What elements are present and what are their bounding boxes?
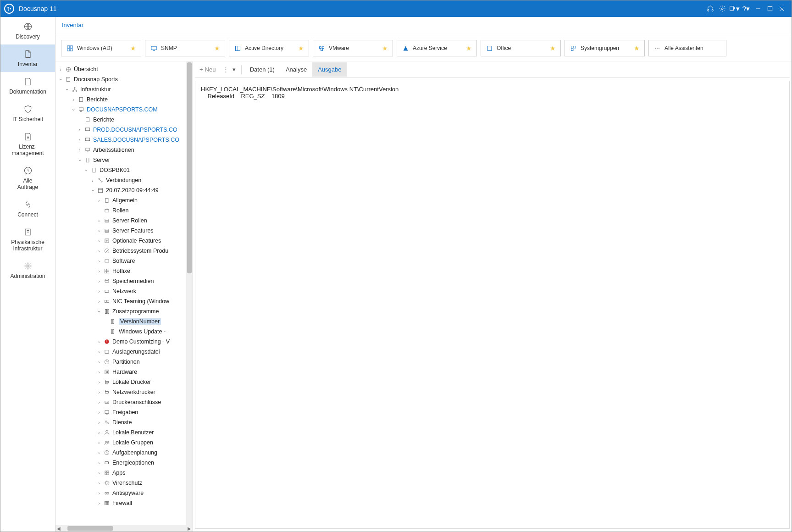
nav-discovery[interactable]: Discovery: [0, 17, 55, 44]
nav-dokumentation[interactable]: Dokumentation: [0, 72, 55, 100]
card-office[interactable]: Office★: [481, 40, 561, 56]
help-icon[interactable]: ?▾: [740, 3, 752, 15]
tree-item[interactable]: ›Freigaben: [97, 407, 192, 417]
nav-physik[interactable]: Physikalische Infrastruktur: [0, 222, 55, 256]
tree-item[interactable]: ›SALES.DOCUSNAPSPORTS.CO: [78, 135, 192, 145]
group-icon: [570, 44, 577, 52]
tree-item[interactable]: ›Berichte: [71, 94, 192, 105]
tab-analyse[interactable]: Analyse: [280, 62, 312, 77]
tree-item[interactable]: ›Dienste: [97, 417, 192, 427]
tree-item[interactable]: ›Virenschutz: [97, 478, 192, 488]
tab-ausgabe[interactable]: Ausgabe: [312, 62, 347, 77]
card-windows-ad[interactable]: Windows (AD)★: [61, 40, 141, 56]
scroll-right-icon[interactable]: ▶: [186, 526, 193, 531]
dots-icon: ⋯: [654, 44, 661, 52]
svg-rect-27: [322, 46, 324, 48]
nav-admin[interactable]: Administration: [0, 256, 55, 284]
toolbox-icon[interactable]: ▾: [728, 3, 740, 15]
tree-item[interactable]: ›Netzwerk: [97, 286, 192, 296]
tree-item[interactable]: ›Auslagerungsdatei: [97, 347, 192, 357]
gear-icon[interactable]: [716, 3, 728, 15]
tree-item[interactable]: ›NIC Teaming (Window: [97, 296, 192, 306]
server-icon: [84, 156, 91, 164]
svg-point-2: [8, 9, 9, 11]
tree-item[interactable]: ›Lokale Benutzer: [97, 427, 192, 438]
tree-item[interactable]: ›Verbindungen: [90, 175, 192, 185]
close-icon[interactable]: [776, 3, 788, 15]
card-systemgruppen[interactable]: Systemgruppen★: [565, 40, 645, 56]
tree-item[interactable]: ›Netzwerkdrucker: [97, 387, 192, 397]
tree-item[interactable]: ›Arbeitsstationen: [78, 145, 192, 155]
minimize-icon[interactable]: [752, 3, 764, 15]
tree-item[interactable]: ›Infrastruktur: [65, 84, 192, 94]
tree-item[interactable]: ›Allgemein: [97, 195, 192, 205]
tree-panel: ›Übersicht ›Docusnap Sports ›Infrastrukt…: [55, 61, 193, 532]
card-alle-assistenten[interactable]: ⋯Alle Assistenten: [648, 40, 726, 56]
tree-item[interactable]: ›Software: [97, 256, 192, 266]
svg-rect-101: [105, 462, 109, 464]
tree-item[interactable]: ›DOCUSNAPSPORTS.COM: [71, 105, 192, 115]
tree-item[interactable]: ›Speichermedien: [97, 276, 192, 286]
tree-item[interactable]: ›PROD.DOCUSNAPSPORTS.CO: [78, 125, 192, 135]
tree-item[interactable]: ›Übersicht: [58, 64, 192, 74]
nicteam-icon: [103, 298, 111, 305]
nav-itsicherheit[interactable]: IT Sicherheit: [0, 100, 55, 127]
tree-item-selected[interactable]: VersionNumber: [103, 316, 192, 327]
maximize-icon[interactable]: [764, 3, 776, 15]
card-azure[interactable]: Azure Service★: [397, 40, 477, 56]
nav-lizenz[interactable]: Lizenz- management: [0, 127, 55, 161]
tree-item[interactable]: Windows Update -: [103, 327, 192, 337]
tree-item[interactable]: Rollen: [97, 205, 192, 216]
nav-inventar[interactable]: Inventar: [0, 44, 55, 72]
card-snmp[interactable]: SNMP★: [145, 40, 225, 56]
card-vmware[interactable]: VMware★: [313, 40, 393, 56]
tree-item[interactable]: ›Firewall: [97, 498, 192, 508]
tree-item[interactable]: ›Antispyware: [97, 488, 192, 498]
svg-rect-78: [113, 319, 114, 323]
tree-item[interactable]: ›Energieoptionen: [97, 458, 192, 468]
tree-item[interactable]: ›Aufgabenplanung: [97, 448, 192, 458]
svg-point-91: [106, 402, 106, 402]
tree-item[interactable]: ›Server Rollen: [97, 216, 192, 226]
svg-rect-89: [106, 390, 108, 391]
nav-connect[interactable]: Connect: [0, 195, 55, 222]
tree-item[interactable]: ›Server Features: [97, 226, 192, 236]
headset-icon[interactable]: [704, 3, 716, 15]
tree-item[interactable]: ›Lokale Drucker: [97, 377, 192, 387]
card-ad[interactable]: Active Directory★: [229, 40, 309, 56]
svg-rect-42: [80, 111, 82, 111]
tree-item[interactable]: ›Demo Customizing - V: [97, 337, 192, 347]
nav-auftraege[interactable]: Alle Aufträge: [0, 161, 55, 195]
tree-item[interactable]: ›Server: [78, 155, 192, 165]
tree-item[interactable]: ›Druckeranschlüsse: [97, 397, 192, 407]
tab-daten[interactable]: Daten (1): [244, 62, 280, 77]
tree-item[interactable]: ›20.07.2020 09:44:49: [90, 185, 192, 195]
tree-item[interactable]: ›Betriebssystem Produ: [97, 246, 192, 256]
svg-rect-57: [105, 221, 109, 222]
tree-item[interactable]: ›DOSPBK01: [84, 165, 192, 175]
card-label: Windows (AD): [77, 45, 112, 51]
services-icon: [103, 419, 111, 426]
tree-horizontal-scrollbar[interactable]: ◀ ▶: [55, 525, 193, 532]
tree-item[interactable]: Berichte: [78, 115, 192, 125]
tree-item[interactable]: ›Partitionen: [97, 357, 192, 367]
scrollbar-thumb[interactable]: [67, 526, 113, 531]
tree-item[interactable]: ›Zusatzprogramme: [97, 306, 192, 316]
tree-item[interactable]: ›Hardware: [97, 367, 192, 377]
clock-icon: [103, 449, 111, 456]
tree[interactable]: ›Übersicht ›Docusnap Sports ›Infrastrukt…: [55, 61, 193, 525]
tree-item[interactable]: ›Optionale Features: [97, 236, 192, 246]
tree-item[interactable]: ›Hotfixe: [97, 266, 192, 276]
more-menu[interactable]: ⋮ ▾: [220, 66, 238, 73]
tree-item[interactable]: ›Docusnap Sports: [58, 74, 192, 84]
firewall-icon: [103, 499, 111, 507]
tree-item[interactable]: ›Lokale Gruppen: [97, 438, 192, 448]
scroll-left-icon[interactable]: ◀: [55, 526, 62, 531]
tree-item[interactable]: ›Apps: [97, 468, 192, 478]
nav-label: Discovery: [16, 33, 40, 40]
svg-point-12: [27, 137, 28, 138]
user-icon: [103, 429, 111, 436]
new-button[interactable]: +Neu: [195, 63, 220, 76]
nic-icon: [103, 288, 111, 295]
monitor-icon: [150, 44, 157, 52]
